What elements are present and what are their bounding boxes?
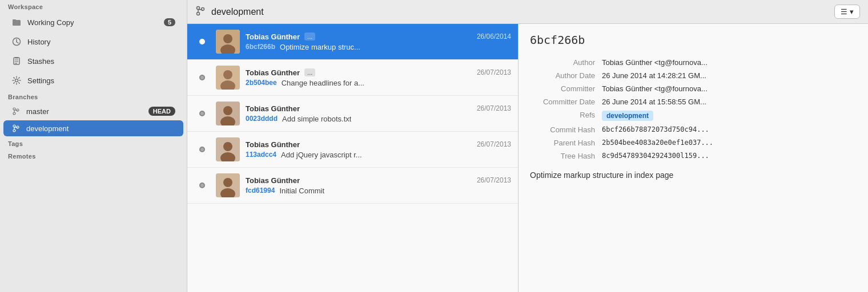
svg-point-12 [13,112,15,115]
commit-hash-3: 0023dddd [246,115,278,123]
hamburger-icon: ☰ [841,7,847,16]
commit-hash-5: fcd61994 [246,186,275,194]
stashes-label: Stashes [27,57,175,66]
refs-value: development [598,108,857,123]
svg-point-20 [197,12,200,15]
commit-dots-btn-1[interactable]: ... [304,33,315,40]
parent-hash-label: Parent Hash [530,136,598,149]
avatar-2 [216,66,240,90]
folder-icon [11,17,22,27]
clock-icon [11,36,22,47]
svg-point-30 [223,106,232,115]
svg-point-10 [15,79,18,82]
toolbar-menu-button[interactable]: ☰ ▾ [834,5,860,19]
commit-message-4: Add jQuery javascript r... [281,151,362,159]
avatar-5 [216,173,240,197]
commit-info-5: Tobias Günther 26/07/2013 fcd61994 Initi… [246,176,511,195]
commit-list: Tobias Günther ... 26/06/2014 6bcf266b O… [187,24,519,292]
gear-icon [11,75,22,86]
head-badge: HEAD [148,107,175,116]
chevron-down-icon: ▾ [850,7,854,16]
commit-hash-4: 113adcc4 [246,151,276,159]
sidebar-item-stashes[interactable]: Stashes [3,52,183,70]
remotes-section-header: Remotes [0,149,187,162]
commit-author-3: Tobias Günther [246,104,300,113]
commit-info-1: Tobias Günther ... 26/06/2014 6bcf266b O… [246,33,511,51]
author-value: Tobias Günther <tg@fournova... [598,56,857,69]
sidebar-item-history[interactable]: History [3,33,183,51]
commit-dots-btn-2[interactable]: ... [304,68,315,76]
commit-author-4: Tobias Günther [246,140,300,149]
working-copy-badge: 5 [164,18,175,26]
committer-date-value: 26 June 2014 at 15:58:55 GM... [598,95,857,108]
branch-icon-development [11,124,21,133]
author-date-value: 26 June 2014 at 14:28:21 GM... [598,69,857,82]
commit-message-5: Initial Commit [279,186,324,195]
clipboard-icon [11,56,22,66]
commit-date-1: 26/06/2014 [477,33,511,40]
commit-item-4[interactable]: Tobias Günther 26/07/2013 113adcc4 Add j… [187,132,518,168]
development-label: development [26,124,175,133]
graph-col-2 [194,75,210,80]
commit-item-5[interactable]: Tobias Günther 26/07/2013 fcd61994 Initi… [187,168,518,204]
graph-col-1 [194,39,210,44]
commit-item-3[interactable]: Tobias Günther 26/07/2013 0023dddd Add s… [187,96,518,132]
settings-label: Settings [27,76,175,85]
committer-date-label: Committer Date [530,95,598,108]
commit-dot-1 [199,39,205,44]
commit-message-2: Change headlines for a... [282,79,364,87]
avatar-3 [216,102,240,125]
commit-message-1: Optimize markup struc... [280,43,360,51]
workspace-section-header: Workspace [0,0,187,13]
sidebar-item-settings[interactable]: Settings [3,71,183,90]
branch-toolbar-icon [195,6,206,18]
detail-panel: 6bcf266b Author Tobias Günther <tg@fourn… [519,24,868,292]
commit-dot-5 [199,182,205,188]
detail-row-tree-hash: Tree Hash 8c9d547893042924300l159... [530,149,857,163]
detail-row-committer-date: Committer Date 26 June 2014 at 15:58:55 … [530,95,857,108]
detail-row-author-date: Author Date 26 June 2014 at 14:28:21 GM.… [530,69,857,82]
commit-hash-label: Commit Hash [530,123,598,136]
committer-value: Tobias Günther <tg@fournova... [598,82,857,95]
svg-point-15 [13,125,15,127]
svg-line-4 [17,42,18,43]
tree-hash-label: Tree Hash [530,149,598,163]
commit-author-1: Tobias Günther [246,33,300,41]
commit-item-2[interactable]: Tobias Günther ... 26/07/2013 2b504bee C… [187,60,518,96]
commit-info-4: Tobias Günther 26/07/2013 113adcc4 Add j… [246,140,511,159]
branch-icon-master [11,107,21,116]
history-label: History [27,38,175,46]
tags-section-header: Tags [0,137,187,149]
commit-hash-1: 6bcf266b [246,43,275,51]
tree-hash-value: 8c9d547893042924300l159... [598,149,857,163]
sidebar: Workspace Working Copy 5 History [0,0,187,292]
svg-point-11 [13,108,15,110]
commit-info-2: Tobias Günther ... 26/07/2013 2b504bee C… [246,68,511,87]
commit-date-2: 26/07/2013 [477,68,511,76]
detail-row-committer: Committer Tobias Günther <tg@fournova... [530,82,857,95]
commit-author-2: Tobias Günther [246,68,300,77]
detail-table: Author Tobias Günther <tg@fournova... Au… [530,56,857,163]
refs-badge: development [602,111,653,121]
avatar-1 [216,30,240,54]
author-label: Author [530,56,598,69]
svg-point-24 [223,34,232,43]
branches-section-header: Branches [0,90,187,103]
svg-rect-6 [15,57,18,59]
branch-item-master[interactable]: master HEAD [3,103,183,119]
parent-hash-value: 2b504bee4083a20e0ef1e037... [598,136,857,149]
graph-col-5 [194,182,210,188]
author-date-label: Author Date [530,69,598,82]
sidebar-item-working-copy[interactable]: Working Copy 5 [3,13,183,31]
committer-label: Committer [530,82,598,95]
detail-hash-title: 6bcf266b [530,33,857,47]
master-label: master [26,107,143,116]
svg-point-16 [13,129,15,132]
avatar-4 [216,137,240,161]
graph-col-3 [194,111,210,116]
commit-item-1[interactable]: Tobias Günther ... 26/06/2014 6bcf266b O… [187,24,518,60]
commit-dot-4 [199,147,205,152]
graph-col-4 [194,147,210,152]
branch-item-development[interactable]: development [3,120,183,136]
commit-dot-2 [199,75,205,80]
